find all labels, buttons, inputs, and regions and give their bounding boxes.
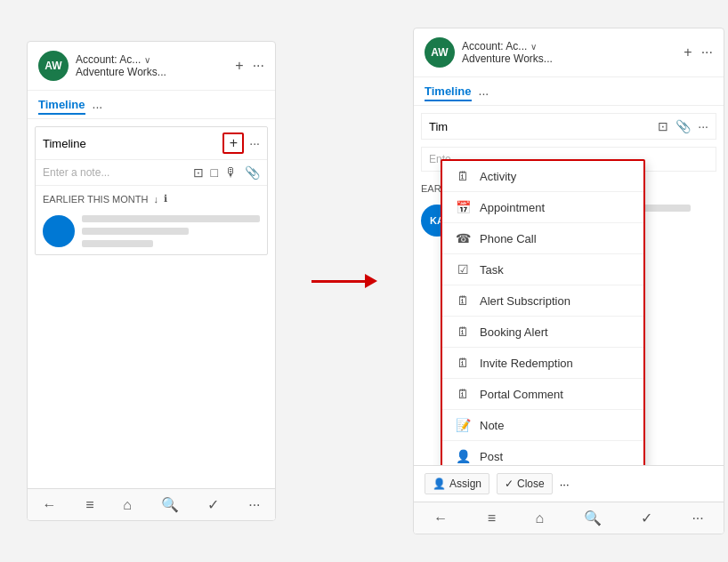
left-note-input-row: Enter a note... ⊡ □ 🎙 📎 xyxy=(36,160,267,186)
dropdown-item-portal-comment[interactable]: 🗓 Portal Comment xyxy=(442,379,643,410)
nav-menu-icon[interactable]: ≡ xyxy=(85,497,93,513)
left-bottom-nav: ← ≡ ⌂ 🔍 ✓ ··· xyxy=(28,488,275,520)
right-earlier-label: EAR xyxy=(421,183,441,194)
note-label: Note xyxy=(480,419,504,432)
right-nav-more-icon[interactable]: ··· xyxy=(692,510,703,526)
right-subtitle: Adventure Works... xyxy=(462,52,676,65)
right-header-text: Account: Ac... ∨ Adventure Works... xyxy=(462,40,676,65)
right-nav-search-icon[interactable]: 🔍 xyxy=(584,510,602,526)
dropdown-item-invite-redemption[interactable]: 🗓 Invite Redemption xyxy=(442,348,643,379)
appointment-label: Appointment xyxy=(480,201,545,214)
video-icon[interactable]: □ xyxy=(211,165,218,180)
arrow-head xyxy=(365,274,377,288)
left-header: AW Account: Ac... ∨ Adventure Works... +… xyxy=(28,42,275,91)
dropdown-item-activity[interactable]: 🗓 Activity xyxy=(442,161,643,192)
right-account-label: Account: Ac... xyxy=(462,40,527,52)
left-more-button[interactable]: ··· xyxy=(253,58,264,74)
assign-label: Assign xyxy=(449,478,481,490)
left-avatar: AW xyxy=(38,51,69,81)
portal-comment-label: Portal Comment xyxy=(480,388,563,401)
right-chevron-icon[interactable]: ∨ xyxy=(530,42,537,52)
dropdown-item-alert-subscription[interactable]: 🗓 Alert Subscription xyxy=(442,285,643,317)
portal-comment-icon: 🗓 xyxy=(455,387,471,401)
right-nav-home-icon[interactable]: ⌂ xyxy=(535,510,544,526)
right-tab-row: Timeline ··· xyxy=(414,77,724,106)
invite-redemption-label: Invite Redemption xyxy=(480,357,573,370)
right-nav-menu-icon[interactable]: ≡ xyxy=(488,510,496,526)
down-arrow-icon[interactable]: ↓ xyxy=(153,194,158,205)
post-icon: 👤 xyxy=(455,449,471,463)
dropdown-item-appointment[interactable]: 📅 Appointment xyxy=(442,192,643,223)
left-add-button[interactable]: + xyxy=(235,58,243,74)
right-timeline-bar: Tim ⊡ 📎 ··· xyxy=(421,113,716,140)
right-actions-ellipsis[interactable]: ··· xyxy=(560,478,570,491)
left-header-text: Account: Ac... ∨ Adventure Works... xyxy=(76,53,228,78)
left-header-title: Account: Ac... ∨ xyxy=(76,53,228,66)
booking-alert-label: Booking Alert xyxy=(480,325,548,339)
right-panel: AW Account: Ac... ∨ Adventure Works... +… xyxy=(413,28,724,534)
right-more-button[interactable]: ··· xyxy=(701,44,713,60)
left-timeline-tab[interactable]: Timeline xyxy=(38,98,85,115)
activity-icon: 🗓 xyxy=(455,169,471,183)
left-header-actions: + ··· xyxy=(235,58,264,74)
right-bar-icon1[interactable]: ⊡ xyxy=(658,119,668,133)
activity-label: Activity xyxy=(480,170,516,183)
left-tab-row: Timeline ··· xyxy=(28,91,275,119)
dropdown-item-phone-call[interactable]: ☎ Phone Call xyxy=(442,223,643,254)
attachment-icon[interactable]: 📎 xyxy=(245,165,260,180)
right-tab-ellipsis[interactable]: ··· xyxy=(479,86,489,100)
left-earlier-section: EARLIER THIS MONTH ↓ ℹ xyxy=(36,186,267,208)
left-timeline-body: Timeline + ··· Enter a note... ⊡ □ 🎙 📎 xyxy=(28,119,275,488)
task-label: Task xyxy=(480,263,504,277)
task-icon: ☑ xyxy=(455,262,471,277)
left-blurred-item xyxy=(36,208,267,254)
right-header-actions: + ··· xyxy=(684,44,713,60)
phone-call-icon: ☎ xyxy=(455,231,471,245)
right-avatar: AW xyxy=(425,37,455,68)
nav-back-icon[interactable]: ← xyxy=(42,497,56,513)
booking-alert-icon: 🗓 xyxy=(455,325,471,339)
left-note-icons: ⊡ □ 🎙 📎 xyxy=(193,165,260,180)
right-nav-back-icon[interactable]: ← xyxy=(433,510,448,526)
nav-home-icon[interactable]: ⌂ xyxy=(123,497,132,513)
right-timeline-bar-title: Tim xyxy=(429,120,448,133)
red-arrow xyxy=(311,274,377,288)
nav-check-icon[interactable]: ✓ xyxy=(207,496,219,513)
left-note-placeholder[interactable]: Enter a note... xyxy=(43,166,109,179)
dropdown-item-note[interactable]: 📝 Note xyxy=(442,410,643,441)
left-subtitle: Adventure Works... xyxy=(76,66,228,78)
assign-icon: 👤 xyxy=(433,478,446,490)
left-plus-button[interactable]: + xyxy=(222,132,244,154)
note-icon: 📝 xyxy=(455,418,471,432)
arrow-line xyxy=(311,280,365,283)
nav-more-icon[interactable]: ··· xyxy=(248,497,260,513)
left-tab-ellipsis[interactable]: ··· xyxy=(93,100,103,114)
dropdown-item-booking-alert[interactable]: 🗓 Booking Alert xyxy=(442,317,643,348)
dropdown-item-task[interactable]: ☑ Task xyxy=(442,254,643,285)
mic-icon[interactable]: 🎙 xyxy=(225,165,238,180)
right-header-title: Account: Ac... ∨ xyxy=(462,40,676,52)
left-chevron-icon[interactable]: ∨ xyxy=(144,55,150,65)
dropdown-menu: 🗓 Activity 📅 Appointment ☎ Phone Call ☑ … xyxy=(441,159,645,465)
camera-icon[interactable]: ⊡ xyxy=(193,165,204,180)
right-timeline-tab[interactable]: Timeline xyxy=(425,84,472,101)
left-inner-title: Timeline xyxy=(43,137,86,150)
right-header: AW Account: Ac... ∨ Adventure Works... +… xyxy=(414,28,724,77)
left-account-label: Account: Ac... xyxy=(76,53,141,66)
close-label: Close xyxy=(517,478,545,490)
dropdown-item-post[interactable]: 👤 Post xyxy=(442,441,643,465)
close-button[interactable]: ✓ Close xyxy=(497,473,553,494)
left-inner-ellipsis[interactable]: ··· xyxy=(249,136,260,150)
left-panel: AW Account: Ac... ∨ Adventure Works... +… xyxy=(27,41,276,521)
left-earlier-text: EARLIER THIS MONTH xyxy=(43,194,148,205)
right-add-button[interactable]: + xyxy=(684,44,692,60)
assign-button[interactable]: 👤 Assign xyxy=(425,473,489,494)
appointment-icon: 📅 xyxy=(455,200,471,214)
right-bar-ellipsis[interactable]: ··· xyxy=(698,119,708,133)
right-bar-icon2[interactable]: 📎 xyxy=(675,119,691,133)
right-nav-check-icon[interactable]: ✓ xyxy=(641,510,652,526)
left-earlier-label: EARLIER THIS MONTH ↓ ℹ xyxy=(43,193,260,205)
close-check-icon: ✓ xyxy=(505,478,514,490)
left-inner-header: Timeline + ··· xyxy=(36,127,267,160)
nav-search-icon[interactable]: 🔍 xyxy=(161,496,179,513)
